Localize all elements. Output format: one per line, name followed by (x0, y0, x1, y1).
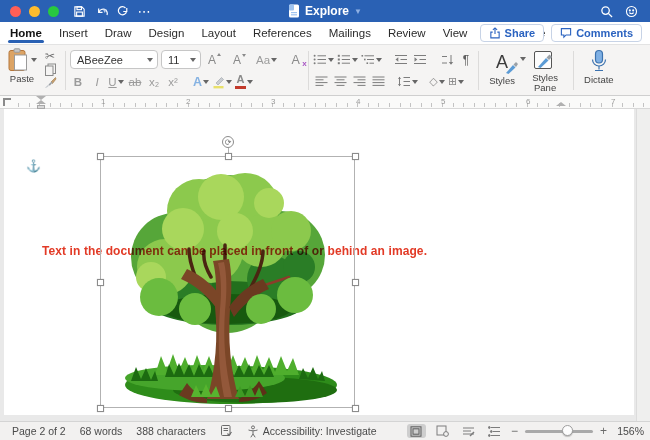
resize-handle-middle-left[interactable] (97, 279, 104, 286)
web-layout-view-button[interactable] (433, 424, 452, 438)
zoom-in-button[interactable]: + (600, 424, 607, 438)
cut-icon[interactable]: ✂ (45, 50, 55, 62)
resize-handle-middle-right[interactable] (352, 279, 359, 286)
resize-handle-bottom-right[interactable] (352, 405, 359, 412)
right-indent-marker[interactable] (556, 100, 566, 109)
character-count[interactable]: 388 characters (136, 425, 205, 437)
word-count[interactable]: 68 words (80, 425, 123, 437)
subscript-button[interactable]: x₂ (146, 73, 162, 91)
borders-button[interactable]: ⊞ (448, 73, 464, 91)
traffic-lights (10, 6, 59, 17)
numbering-button[interactable] (337, 51, 358, 69)
justify-button[interactable] (370, 73, 386, 91)
tree-image[interactable] (103, 159, 351, 409)
proofing-status-icon[interactable] (220, 424, 233, 439)
document-title[interactable]: Explore (305, 4, 349, 18)
document-page[interactable]: ⚓ (4, 109, 634, 415)
indent-icon (413, 54, 427, 65)
save-icon[interactable] (73, 5, 86, 18)
clear-formatting-button[interactable]: Ax (288, 51, 304, 69)
superscript-button[interactable]: x² (165, 73, 181, 91)
resize-handle-top-right[interactable] (352, 153, 359, 160)
comments-button[interactable]: Comments (551, 24, 642, 42)
tab-mailings[interactable]: Mailings (329, 24, 371, 43)
minimize-window-button[interactable] (29, 6, 40, 17)
shrink-font-button[interactable]: A (229, 51, 245, 69)
multilevel-list-button[interactable] (361, 51, 382, 69)
resize-handle-top-center[interactable] (225, 153, 232, 160)
align-left-button[interactable] (313, 73, 329, 91)
styles-button[interactable]: A Styles (483, 48, 521, 93)
draft-view-button[interactable] (459, 424, 478, 438)
tab-references[interactable]: References (253, 24, 312, 43)
font-color-button[interactable]: A (235, 73, 253, 91)
font-size-dropdown-icon (190, 58, 196, 62)
tab-layout[interactable]: Layout (201, 24, 236, 43)
zoom-slider[interactable] (525, 430, 593, 433)
grow-font-button[interactable]: A (204, 51, 220, 69)
text-effects-button[interactable]: A (193, 73, 209, 91)
zoom-out-button[interactable]: − (511, 424, 518, 438)
more-commands-icon[interactable]: ⋯ (138, 5, 152, 18)
bullets-button[interactable] (313, 51, 334, 69)
outdent-icon (394, 54, 408, 65)
ruler-number: 2 (186, 97, 190, 106)
close-window-button[interactable] (10, 6, 21, 17)
share-button[interactable]: Share (480, 24, 545, 42)
left-indent-marker[interactable] (36, 96, 46, 109)
vertical-scrollbar[interactable] (636, 109, 650, 421)
styles-pane-button[interactable]: Styles Pane (521, 48, 569, 93)
tab-design[interactable]: Design (149, 24, 185, 43)
change-case-button[interactable]: Aa (256, 51, 277, 69)
page-indicator[interactable]: Page 2 of 2 (12, 425, 66, 437)
rotate-icon: ⟳ (225, 138, 232, 147)
tab-home[interactable]: Home (10, 24, 42, 43)
copy-icon[interactable] (44, 63, 57, 76)
ribbon-tabbar: Home Insert Draw Design Layout Reference… (0, 22, 650, 44)
outline-view-button[interactable] (485, 424, 504, 438)
feedback-smiley-icon[interactable] (625, 5, 638, 18)
search-icon[interactable] (600, 5, 613, 18)
italic-button[interactable]: I (89, 73, 105, 91)
zoom-percentage[interactable]: 156% (614, 425, 644, 437)
paste-dropdown-icon[interactable] (31, 58, 37, 62)
shading-button[interactable]: ◇ (429, 73, 445, 91)
accessibility-status[interactable]: Accessibility: Investigate (247, 425, 377, 438)
line-spacing-icon (397, 76, 411, 87)
tab-view[interactable]: View (443, 24, 468, 43)
highlight-button[interactable] (212, 73, 232, 91)
underline-button[interactable]: U (108, 73, 124, 91)
line-spacing-button[interactable] (397, 73, 418, 91)
print-layout-view-button[interactable] (407, 424, 426, 438)
format-painter-icon[interactable] (43, 76, 57, 89)
undo-dropdown-icon[interactable]: ▾ (103, 7, 107, 15)
bold-button[interactable]: B (70, 73, 86, 91)
align-right-button[interactable] (351, 73, 367, 91)
align-center-button[interactable] (332, 73, 348, 91)
rotate-handle[interactable]: ⟳ (222, 136, 234, 148)
sort-button[interactable] (439, 51, 455, 69)
decrease-indent-button[interactable] (393, 51, 409, 69)
overlay-text[interactable]: Text in the document can be placed in fr… (42, 244, 602, 258)
title-chevron-down-icon[interactable]: ▼ (354, 7, 362, 16)
strikethrough-button[interactable]: ab (127, 73, 143, 91)
zoom-slider-thumb[interactable] (562, 425, 573, 436)
resize-handle-bottom-left[interactable] (97, 405, 104, 412)
increase-indent-button[interactable] (412, 51, 428, 69)
zoom-window-button[interactable] (48, 6, 59, 17)
show-paragraph-marks-button[interactable]: ¶ (458, 51, 474, 69)
undo-button[interactable]: ▾ (95, 5, 107, 18)
statusbar: Page 2 of 2 68 words 388 characters Acce… (0, 421, 650, 440)
redo-icon[interactable] (116, 5, 129, 18)
font-size-select[interactable]: 11 (161, 50, 201, 69)
resize-handle-top-left[interactable] (97, 153, 104, 160)
styles-pane-brush-icon (536, 54, 554, 70)
font-name-select[interactable]: ABeeZee (70, 50, 158, 69)
dictate-button[interactable]: Dictate (578, 48, 620, 93)
tab-review[interactable]: Review (388, 24, 426, 43)
resize-handle-bottom-center[interactable] (225, 405, 232, 412)
paste-button[interactable]: Paste (6, 48, 38, 93)
tab-insert[interactable]: Insert (59, 24, 88, 43)
tab-stop-selector-icon[interactable] (3, 98, 11, 106)
tab-draw[interactable]: Draw (105, 24, 132, 43)
